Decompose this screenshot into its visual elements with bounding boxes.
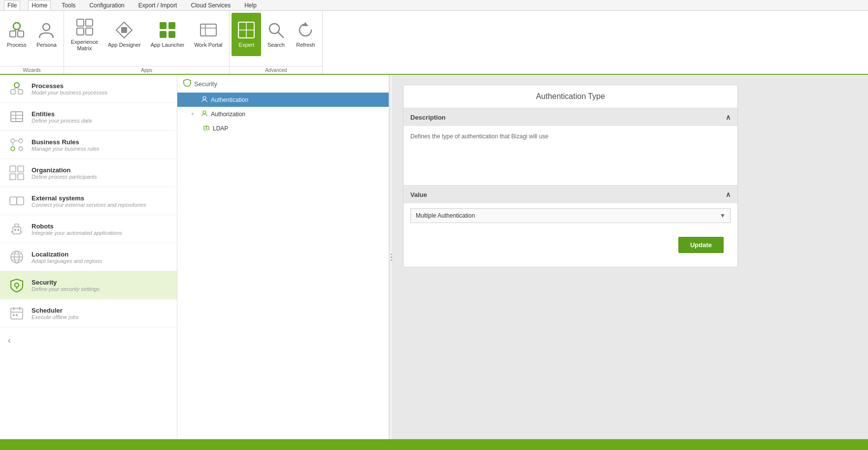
- entities-icon: [8, 108, 26, 126]
- organization-text: Organization Define process participants: [32, 166, 169, 180]
- ribbon-section-apps: ExperienceMatrix App Designer: [64, 11, 230, 74]
- sidebar-item-robots[interactable]: Robots Integrate your automated applicat…: [0, 215, 177, 243]
- svg-rect-60: [11, 308, 23, 319]
- organization-desc: Define process participants: [32, 174, 169, 180]
- svg-rect-44: [10, 197, 17, 205]
- dropdown-wrapper: Multiple Authentication Single Authentic…: [410, 208, 731, 223]
- description-body: Defines the type of authentication that …: [403, 126, 737, 185]
- ribbon-btn-refresh[interactable]: Refresh: [291, 13, 320, 56]
- menu-file[interactable]: File: [4, 0, 20, 10]
- ribbon-btn-expert[interactable]: Expert: [232, 13, 261, 56]
- tree-security-header[interactable]: Security: [177, 75, 389, 93]
- app-launcher-icon: [158, 20, 177, 40]
- svg-point-65: [16, 314, 18, 316]
- svg-point-25: [14, 83, 19, 88]
- sidebar: Processes Model your business processes …: [0, 75, 177, 439]
- svg-rect-2: [18, 31, 24, 37]
- sidebar-item-external-systems[interactable]: External systems Connect your external s…: [0, 187, 177, 215]
- persona-label: Persona: [36, 42, 57, 48]
- svg-point-69: [206, 126, 207, 128]
- update-button[interactable]: Update: [678, 237, 724, 253]
- update-btn-container: Update: [403, 223, 737, 267]
- work-portal-icon: [199, 20, 218, 40]
- ribbon-btn-persona[interactable]: Persona: [32, 13, 62, 56]
- auth-type-dropdown[interactable]: Multiple Authentication Single Authentic…: [410, 208, 731, 223]
- localization-icon: [8, 248, 26, 266]
- ribbon-btn-search[interactable]: Search: [261, 13, 291, 56]
- processes-title: Processes: [32, 82, 169, 90]
- ribbon-advanced-content: Expert Search Refresh: [230, 11, 322, 66]
- sidebar-item-scheduler[interactable]: Scheduler Execute offline jobs: [0, 299, 177, 327]
- dropdown-container: Multiple Authentication Single Authentic…: [403, 208, 737, 223]
- ribbon-btn-app-designer[interactable]: App Designer: [103, 13, 146, 56]
- svg-rect-43: [18, 174, 24, 180]
- authorization-label: Authorization: [211, 111, 245, 118]
- external-systems-desc: Connect your external services and repos…: [32, 202, 169, 208]
- description-header[interactable]: Description ∧: [403, 108, 737, 126]
- localization-desc: Adapt languages and regions: [32, 258, 169, 264]
- menu-tools[interactable]: Tools: [59, 1, 78, 10]
- app-launcher-label: App Launcher: [151, 42, 185, 48]
- ribbon-btn-process[interactable]: Process: [2, 13, 32, 56]
- tree-panel: Security + Authentication +: [177, 75, 389, 439]
- sidebar-item-organization[interactable]: Organization Define process participants: [0, 159, 177, 187]
- svg-point-37: [19, 147, 23, 151]
- card-title: Authentication Type: [403, 85, 737, 108]
- tree-area: Security + Authentication +: [177, 75, 393, 439]
- persona-icon: [36, 20, 56, 40]
- menu-help[interactable]: Help: [241, 1, 260, 10]
- sidebar-collapse-btn[interactable]: ‹: [8, 335, 11, 346]
- menu-configuration[interactable]: Configuration: [86, 1, 127, 10]
- refresh-icon: [296, 20, 315, 40]
- expert-label: Expert: [239, 42, 255, 48]
- tree-item-authorization[interactable]: + Authorization: [177, 107, 389, 121]
- svg-point-49: [14, 229, 16, 231]
- tree-item-ldap[interactable]: LDAP: [177, 121, 389, 135]
- svg-rect-13: [168, 22, 175, 29]
- sidebar-item-security[interactable]: Security Define your security settings: [0, 271, 177, 299]
- auth-icon: [201, 96, 208, 104]
- external-systems-icon: [8, 192, 26, 210]
- business-rules-title: Business Rules: [32, 138, 169, 146]
- business-rules-desc: Manage your business rules: [32, 146, 169, 152]
- ribbon-btn-experience-matrix[interactable]: ExperienceMatrix: [66, 13, 103, 56]
- value-header[interactable]: Value ∧: [403, 186, 737, 203]
- svg-rect-15: [168, 31, 175, 38]
- ldap-label: LDAP: [213, 125, 228, 132]
- external-systems-text: External systems Connect your external s…: [32, 194, 169, 208]
- svg-line-23: [278, 32, 283, 37]
- sidebar-item-business-rules[interactable]: Business Rules Manage your business rule…: [0, 131, 177, 159]
- menu-home[interactable]: Home: [28, 0, 51, 10]
- sidebar-item-entities[interactable]: Entities Define your process data: [0, 103, 177, 131]
- svg-point-67: [203, 111, 206, 114]
- ribbon-section-wizards: Process Persona Wizards: [0, 11, 64, 74]
- menu-export-import[interactable]: Export / Import: [135, 1, 180, 10]
- apps-label: Apps: [64, 66, 229, 74]
- work-portal-label: Work Portal: [194, 42, 222, 48]
- status-bar: [0, 439, 868, 450]
- tree-item-authentication[interactable]: + Authentication: [177, 93, 389, 107]
- wizards-label: Wizards: [0, 66, 64, 74]
- svg-rect-16: [200, 24, 216, 36]
- value-section: Value ∧ Multiple Authentication Single A…: [403, 186, 737, 267]
- process-icon: [7, 20, 27, 40]
- business-rules-icon: [8, 136, 26, 154]
- tree-panel-resizer[interactable]: [389, 75, 393, 439]
- experience-matrix-icon: [75, 17, 95, 37]
- scheduler-icon: [8, 304, 26, 322]
- svg-point-50: [17, 229, 19, 231]
- sidebar-item-processes[interactable]: Processes Model your business processes: [0, 75, 177, 103]
- svg-rect-7: [86, 19, 93, 26]
- sidebar-item-localization[interactable]: Localization Adapt languages and regions: [0, 243, 177, 271]
- menu-cloud-services[interactable]: Cloud Services: [188, 1, 234, 10]
- experience-matrix-label: ExperienceMatrix: [71, 39, 98, 52]
- value-collapse-icon: ∧: [726, 191, 731, 198]
- svg-rect-6: [77, 19, 84, 26]
- ribbon-wizards-content: Process Persona: [0, 11, 64, 66]
- entities-title: Entities: [32, 110, 169, 118]
- advanced-label: Advanced: [230, 66, 322, 74]
- scheduler-desc: Execute offline jobs: [32, 314, 169, 320]
- ribbon-btn-work-portal[interactable]: Work Portal: [189, 13, 227, 56]
- ribbon-btn-app-launcher[interactable]: App Launcher: [146, 13, 190, 56]
- svg-rect-45: [17, 197, 24, 205]
